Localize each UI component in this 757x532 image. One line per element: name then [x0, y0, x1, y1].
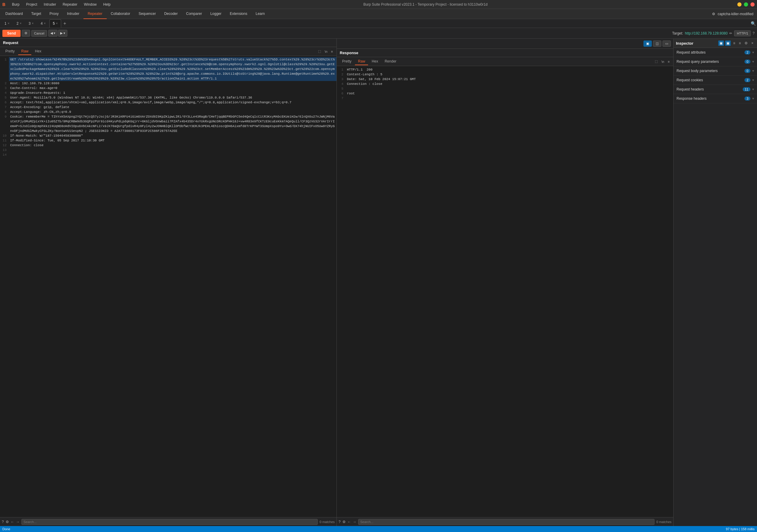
inspector-badge-response-headers: 3 [744, 97, 750, 100]
request-copy-icon[interactable]: ⬚ [317, 49, 322, 54]
nav-tab-decoder[interactable]: Decoder [160, 9, 182, 19]
response-forward-icon[interactable]: → [353, 520, 356, 524]
response-tab-pretty[interactable]: Pretty [339, 58, 354, 65]
settings-label: captcha-killer-modified [718, 12, 753, 16]
response-tab-render[interactable]: Render [382, 58, 399, 65]
response-code-area[interactable]: 1HTTP/1.1 2002Content-Length : 53Date: S… [337, 66, 673, 517]
nav-tab-proxy[interactable]: Proxy [45, 9, 63, 19]
nav-tab-collaborator[interactable]: Collaborator [107, 9, 135, 19]
status-text: Done [2, 527, 726, 531]
table-row: 13 [0, 148, 337, 153]
response-back-icon[interactable]: ← [348, 520, 351, 524]
inspector-layout-3-icon[interactable]: ≡ [732, 41, 737, 46]
nav-tab-comparer[interactable]: Comparer [182, 9, 206, 19]
request-tab-hex[interactable]: Hex [32, 48, 44, 55]
table-row: 8Accept-Language: zh-CN,zh;q=0.9 [0, 110, 337, 114]
send-button[interactable]: Send [2, 30, 20, 37]
response-search-input[interactable] [358, 519, 655, 525]
tab-search-icon[interactable]: 🔍 [751, 21, 756, 26]
prev-arrow-button[interactable]: ◀ ▾ [48, 30, 57, 37]
response-help-icon[interactable]: ? [339, 520, 341, 524]
repeater-tab-3[interactable]: 3 × [25, 19, 37, 28]
response-settings-icon[interactable]: ⚙ [343, 520, 346, 524]
menu-intruder[interactable]: Intruder [41, 1, 59, 8]
inspector-close-icon[interactable]: × [750, 41, 755, 46]
nav-tab-target[interactable]: Target [27, 9, 45, 19]
target-label: Target: [672, 31, 683, 36]
request-search-input[interactable] [21, 519, 318, 525]
request-panel: Request Pretty Raw Hex ⬚ \n ≡ 1GET /stru… [0, 39, 337, 526]
edit-target-icon[interactable]: ✏ [729, 31, 732, 36]
request-back-icon[interactable]: ← [11, 520, 14, 524]
add-tab-button[interactable]: + [62, 21, 68, 26]
inspector-item-request-attributes[interactable]: Request attributes 2 ▾ [674, 48, 757, 57]
inspector-settings-icon[interactable]: ⚙ [743, 41, 749, 46]
response-tab-tools: ⬚ \n ≡ [653, 59, 671, 64]
cancel-button[interactable]: Cancel [31, 30, 47, 37]
repeater-tab-1[interactable]: 1 × [1, 19, 13, 28]
inspector-layout-2-icon[interactable]: ▣ [725, 41, 731, 46]
close-tab-5-icon[interactable]: × [56, 22, 58, 25]
request-newline-icon[interactable]: \n [323, 49, 328, 54]
close-tab-2-icon[interactable]: × [20, 22, 21, 25]
inspector-badge-request-headers: 11 [743, 87, 750, 91]
request-tab-raw[interactable]: Raw [18, 48, 31, 55]
menu-window[interactable]: Window [81, 1, 100, 8]
table-row: 10If-None-Match: W/"187-15046458300000" [0, 133, 337, 138]
settings-button[interactable]: ⚙ [22, 30, 30, 37]
repeater-tab-2[interactable]: 2 × [14, 19, 25, 28]
request-forward-icon[interactable]: → [16, 520, 20, 524]
response-menu-icon[interactable]: ≡ [667, 59, 671, 64]
inspector-item-query-params[interactable]: Request query parameters 0 ▾ [674, 57, 757, 67]
nav-tab-learn[interactable]: Learn [252, 9, 269, 19]
nav-tab-sequencer[interactable]: Sequencer [135, 9, 160, 19]
response-copy-icon[interactable]: ⬚ [653, 59, 659, 64]
inspector-badge-request-attributes: 2 [744, 50, 750, 54]
nav-tab-intruder[interactable]: Intruder [63, 9, 83, 19]
inspector-chevron-3: ▾ [752, 78, 754, 82]
inspector-item-cookies[interactable]: Request cookies 2 ▾ [674, 76, 757, 85]
nav-bar: Dashboard Target Proxy Intruder Repeater… [0, 9, 757, 19]
repeater-tab-5[interactable]: 5 × [49, 19, 61, 28]
response-layout-1-icon[interactable]: ▣ [644, 41, 652, 47]
inspector-item-request-headers[interactable]: Request headers 11 ▾ [674, 85, 757, 94]
next-arrow-button[interactable]: ▶ ▾ [58, 30, 67, 37]
inspector-layout-4-icon[interactable]: ≡ [738, 41, 742, 46]
inspector-item-body-params[interactable]: Request body parameters 0 ▾ [674, 67, 757, 76]
maximize-button[interactable] [744, 2, 748, 7]
menu-project[interactable]: Project [23, 1, 40, 8]
close-button[interactable] [750, 2, 755, 7]
nav-tab-dashboard[interactable]: Dashboard [1, 9, 27, 19]
close-tab-3-icon[interactable]: × [32, 22, 34, 25]
response-newline-icon[interactable]: \n [660, 59, 665, 64]
request-code-area[interactable]: 1GET /struts2-showcase/%24%7B%28%23dm%3D… [0, 56, 337, 517]
nav-tab-extensions[interactable]: Extensions [226, 9, 252, 19]
menu-burp[interactable]: Burp [9, 1, 22, 8]
window-controls [737, 2, 755, 7]
inspector-badge-cookies: 2 [744, 78, 750, 82]
request-help-icon[interactable]: ? [2, 520, 4, 524]
response-layout-2-icon[interactable]: ◫ [653, 41, 661, 47]
menu-help[interactable]: Help [100, 1, 113, 8]
menu-repeater[interactable]: Repeater [60, 1, 80, 8]
minimize-button[interactable] [737, 2, 742, 7]
http-version[interactable]: HTTP/1 [734, 30, 751, 36]
response-tab-raw[interactable]: Raw [355, 58, 368, 65]
request-settings-icon[interactable]: ⚙ [6, 520, 9, 524]
nav-settings[interactable]: ⚙ captcha-killer-modified [712, 12, 756, 16]
help-icon[interactable]: ? [752, 31, 755, 36]
response-tab-hex[interactable]: Hex [369, 58, 381, 65]
response-panel: ▣ ◫ ▭ Response Pretty Raw Hex Render ⬚ \… [337, 39, 674, 526]
nav-tab-repeater[interactable]: Repeater [83, 9, 106, 19]
nav-tab-logger[interactable]: Logger [206, 9, 226, 19]
response-layout-3-icon[interactable]: ▭ [662, 41, 671, 47]
table-row: 5User-Agent: Mozilla/5.0 (Windows NT 10.… [0, 95, 337, 100]
inspector-layout-1-icon[interactable]: ▣ [718, 41, 724, 46]
request-tab-pretty[interactable]: Pretty [2, 48, 17, 55]
close-tab-4-icon[interactable]: × [44, 22, 45, 25]
table-row: 3Cache-Control: max-age=0 [0, 86, 337, 91]
close-tab-1-icon[interactable]: × [8, 22, 10, 25]
inspector-item-response-headers[interactable]: Response headers 3 ▾ [674, 94, 757, 103]
request-menu-icon[interactable]: ≡ [330, 49, 334, 54]
repeater-tab-4[interactable]: 4 × [38, 19, 49, 28]
